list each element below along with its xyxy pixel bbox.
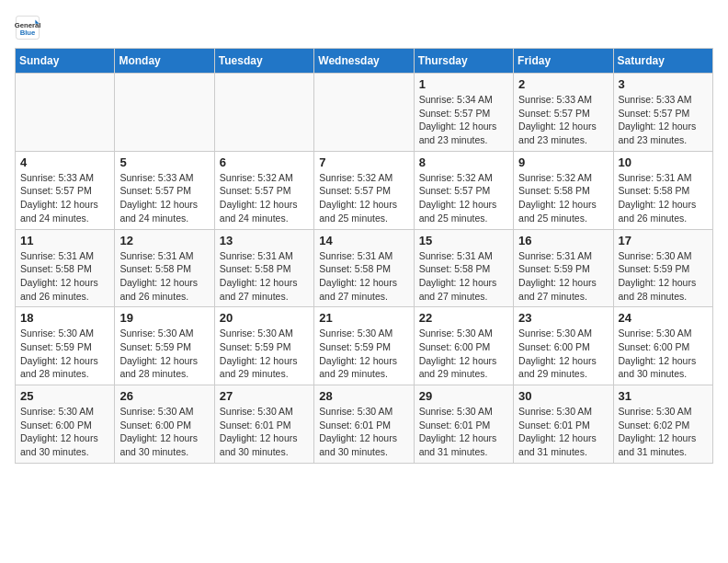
- header-friday: Friday: [514, 49, 613, 74]
- header-monday: Monday: [115, 49, 214, 74]
- day-number: 19: [119, 311, 209, 325]
- day-info: Sunrise: 5:30 AM Sunset: 6:01 PM Dayligh…: [518, 405, 608, 459]
- day-number: 21: [319, 311, 408, 325]
- day-cell: 2Sunrise: 5:33 AM Sunset: 5:57 PM Daylig…: [514, 74, 613, 152]
- day-number: 3: [619, 77, 708, 91]
- calendar-table: SundayMondayTuesdayWednesdayThursdayFrid…: [15, 48, 713, 464]
- day-number: 24: [619, 311, 708, 325]
- day-number: 20: [220, 311, 309, 325]
- day-info: Sunrise: 5:32 AM Sunset: 5:57 PM Dayligh…: [220, 171, 309, 225]
- day-number: 4: [20, 155, 109, 169]
- day-number: 5: [119, 155, 209, 169]
- week-row-3: 18Sunrise: 5:30 AM Sunset: 5:59 PM Dayli…: [16, 307, 713, 385]
- day-cell: 6Sunrise: 5:32 AM Sunset: 5:57 PM Daylig…: [214, 151, 313, 229]
- day-number: 14: [319, 234, 408, 247]
- svg-text:Blue: Blue: [20, 29, 36, 37]
- day-number: 26: [119, 389, 209, 403]
- day-info: Sunrise: 5:33 AM Sunset: 5:57 PM Dayligh…: [20, 171, 109, 225]
- day-cell: 11Sunrise: 5:31 AM Sunset: 5:58 PM Dayli…: [16, 229, 115, 307]
- day-info: Sunrise: 5:30 AM Sunset: 5:59 PM Dayligh…: [20, 327, 109, 381]
- logo-icon: General Blue: [15, 15, 40, 40]
- day-number: 23: [518, 311, 608, 325]
- day-cell: 3Sunrise: 5:33 AM Sunset: 5:57 PM Daylig…: [613, 74, 712, 152]
- day-cell: [115, 74, 214, 152]
- day-info: Sunrise: 5:33 AM Sunset: 5:57 PM Dayligh…: [518, 93, 608, 147]
- day-cell: 19Sunrise: 5:30 AM Sunset: 5:59 PM Dayli…: [115, 307, 214, 385]
- page-header: General Blue: [15, 15, 713, 40]
- day-info: Sunrise: 5:30 AM Sunset: 5:59 PM Dayligh…: [619, 249, 708, 304]
- day-cell: 31Sunrise: 5:30 AM Sunset: 6:02 PM Dayli…: [613, 385, 712, 464]
- day-cell: 7Sunrise: 5:32 AM Sunset: 5:57 PM Daylig…: [314, 151, 414, 229]
- day-info: Sunrise: 5:30 AM Sunset: 6:00 PM Dayligh…: [619, 327, 708, 381]
- day-info: Sunrise: 5:30 AM Sunset: 6:00 PM Dayligh…: [20, 405, 109, 459]
- day-info: Sunrise: 5:30 AM Sunset: 5:59 PM Dayligh…: [220, 327, 309, 381]
- header-tuesday: Tuesday: [214, 49, 313, 74]
- day-cell: 26Sunrise: 5:30 AM Sunset: 6:00 PM Dayli…: [115, 385, 214, 464]
- day-number: 2: [518, 77, 608, 91]
- logo: General Blue: [15, 15, 40, 40]
- day-cell: [214, 74, 313, 152]
- day-number: 28: [319, 389, 408, 403]
- day-info: Sunrise: 5:30 AM Sunset: 6:00 PM Dayligh…: [119, 405, 209, 459]
- day-cell: 27Sunrise: 5:30 AM Sunset: 6:01 PM Dayli…: [214, 385, 313, 464]
- day-cell: 12Sunrise: 5:31 AM Sunset: 5:58 PM Dayli…: [115, 229, 214, 307]
- day-cell: 22Sunrise: 5:30 AM Sunset: 6:00 PM Dayli…: [414, 307, 513, 385]
- day-info: Sunrise: 5:31 AM Sunset: 5:58 PM Dayligh…: [619, 171, 708, 225]
- day-number: 10: [619, 155, 708, 169]
- day-number: 15: [419, 234, 508, 247]
- day-cell: 16Sunrise: 5:31 AM Sunset: 5:59 PM Dayli…: [514, 229, 613, 307]
- day-cell: 29Sunrise: 5:30 AM Sunset: 6:01 PM Dayli…: [414, 385, 513, 464]
- day-info: Sunrise: 5:31 AM Sunset: 5:58 PM Dayligh…: [119, 249, 209, 304]
- day-number: 22: [419, 311, 508, 325]
- day-cell: 28Sunrise: 5:30 AM Sunset: 6:01 PM Dayli…: [314, 385, 414, 464]
- day-info: Sunrise: 5:34 AM Sunset: 5:57 PM Dayligh…: [419, 93, 508, 147]
- day-info: Sunrise: 5:32 AM Sunset: 5:57 PM Dayligh…: [419, 171, 508, 225]
- day-cell: 4Sunrise: 5:33 AM Sunset: 5:57 PM Daylig…: [16, 151, 115, 229]
- day-info: Sunrise: 5:32 AM Sunset: 5:57 PM Dayligh…: [319, 171, 408, 225]
- day-cell: 24Sunrise: 5:30 AM Sunset: 6:00 PM Dayli…: [613, 307, 712, 385]
- day-cell: 10Sunrise: 5:31 AM Sunset: 5:58 PM Dayli…: [613, 151, 712, 229]
- week-row-0: 1Sunrise: 5:34 AM Sunset: 5:57 PM Daylig…: [16, 74, 713, 152]
- day-info: Sunrise: 5:31 AM Sunset: 5:58 PM Dayligh…: [20, 249, 109, 304]
- day-number: 11: [20, 234, 109, 247]
- day-info: Sunrise: 5:31 AM Sunset: 5:58 PM Dayligh…: [419, 249, 508, 304]
- day-cell: 5Sunrise: 5:33 AM Sunset: 5:57 PM Daylig…: [115, 151, 214, 229]
- day-number: 8: [419, 155, 508, 169]
- day-cell: 17Sunrise: 5:30 AM Sunset: 5:59 PM Dayli…: [613, 229, 712, 307]
- header-thursday: Thursday: [414, 49, 513, 74]
- day-number: 29: [419, 389, 508, 403]
- day-cell: [314, 74, 414, 152]
- day-cell: 13Sunrise: 5:31 AM Sunset: 5:58 PM Dayli…: [214, 229, 313, 307]
- header-saturday: Saturday: [613, 49, 712, 74]
- day-info: Sunrise: 5:30 AM Sunset: 6:00 PM Dayligh…: [518, 327, 608, 381]
- day-cell: 15Sunrise: 5:31 AM Sunset: 5:58 PM Dayli…: [414, 229, 513, 307]
- day-number: 17: [619, 234, 708, 247]
- header-row: SundayMondayTuesdayWednesdayThursdayFrid…: [16, 49, 713, 74]
- day-number: 13: [220, 234, 309, 247]
- day-cell: 14Sunrise: 5:31 AM Sunset: 5:58 PM Dayli…: [314, 229, 414, 307]
- day-cell: 30Sunrise: 5:30 AM Sunset: 6:01 PM Dayli…: [514, 385, 613, 464]
- day-info: Sunrise: 5:31 AM Sunset: 5:58 PM Dayligh…: [319, 249, 408, 304]
- header-sunday: Sunday: [16, 49, 115, 74]
- day-info: Sunrise: 5:30 AM Sunset: 6:00 PM Dayligh…: [419, 327, 508, 381]
- day-info: Sunrise: 5:33 AM Sunset: 5:57 PM Dayligh…: [619, 93, 708, 147]
- day-info: Sunrise: 5:30 AM Sunset: 5:59 PM Dayligh…: [319, 327, 408, 381]
- day-cell: 9Sunrise: 5:32 AM Sunset: 5:58 PM Daylig…: [514, 151, 613, 229]
- day-cell: 18Sunrise: 5:30 AM Sunset: 5:59 PM Dayli…: [16, 307, 115, 385]
- day-info: Sunrise: 5:31 AM Sunset: 5:58 PM Dayligh…: [220, 249, 309, 304]
- day-info: Sunrise: 5:32 AM Sunset: 5:58 PM Dayligh…: [518, 171, 608, 225]
- day-number: 31: [619, 389, 708, 403]
- day-number: 6: [220, 155, 309, 169]
- week-row-1: 4Sunrise: 5:33 AM Sunset: 5:57 PM Daylig…: [16, 151, 713, 229]
- day-info: Sunrise: 5:30 AM Sunset: 6:01 PM Dayligh…: [220, 405, 309, 459]
- week-row-2: 11Sunrise: 5:31 AM Sunset: 5:58 PM Dayli…: [16, 229, 713, 307]
- day-cell: 20Sunrise: 5:30 AM Sunset: 5:59 PM Dayli…: [214, 307, 313, 385]
- day-number: 12: [119, 234, 209, 247]
- day-info: Sunrise: 5:30 AM Sunset: 6:01 PM Dayligh…: [319, 405, 408, 459]
- day-cell: 25Sunrise: 5:30 AM Sunset: 6:00 PM Dayli…: [16, 385, 115, 464]
- day-number: 16: [518, 234, 608, 247]
- day-cell: 21Sunrise: 5:30 AM Sunset: 5:59 PM Dayli…: [314, 307, 414, 385]
- day-info: Sunrise: 5:31 AM Sunset: 5:59 PM Dayligh…: [518, 249, 608, 304]
- day-number: 7: [319, 155, 408, 169]
- day-cell: 1Sunrise: 5:34 AM Sunset: 5:57 PM Daylig…: [414, 74, 513, 152]
